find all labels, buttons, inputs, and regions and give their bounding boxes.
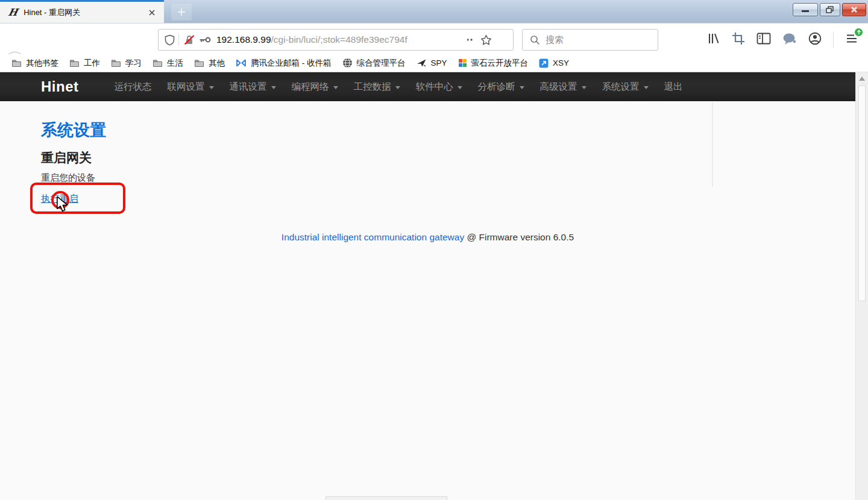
menu-hamburger-icon[interactable] bbox=[845, 33, 858, 47]
nav-item-label: 运行状态 bbox=[115, 81, 152, 93]
tracking-shield-icon[interactable] bbox=[165, 34, 175, 46]
new-tab-button[interactable] bbox=[171, 4, 192, 20]
titlebar: H Hinet - 重启网关 bbox=[0, 0, 868, 23]
nav-item[interactable]: 联网设置 bbox=[160, 81, 222, 93]
footer-gateway-link[interactable]: Industrial intelligent communication gat… bbox=[281, 232, 464, 242]
bookmark-label: 其他 bbox=[209, 58, 225, 69]
divider bbox=[178, 34, 179, 46]
key-icon bbox=[199, 36, 211, 43]
bookmark-label: 综合管理平台 bbox=[357, 58, 406, 69]
divider bbox=[833, 32, 834, 48]
nav-item[interactable]: 工控数据 bbox=[346, 81, 408, 93]
chevron-down-icon bbox=[395, 86, 400, 89]
nav-item-label: 软件中心 bbox=[416, 81, 453, 93]
page-title: 重启网关 bbox=[41, 149, 92, 166]
bookmark-label: 腾讯企业邮箱 - 收件箱 bbox=[251, 58, 332, 69]
scroll-up-arrow-icon[interactable] bbox=[859, 77, 865, 81]
bookmark-item[interactable]: 工作 bbox=[64, 56, 105, 70]
partial-bottom-element bbox=[326, 496, 447, 500]
url-path: /cgi-bin/luci/;stok=489fe39ec794f bbox=[271, 34, 407, 45]
nav-item-label: 通讯设置 bbox=[230, 81, 267, 93]
folder-icon bbox=[111, 59, 121, 67]
nav-menu: 运行状态联网设置通讯设置编程网络工控数据软件中心分析诊断高级设置系统设置退出 bbox=[107, 81, 691, 93]
account-icon[interactable] bbox=[808, 32, 822, 48]
folder-icon bbox=[69, 59, 80, 67]
bookmark-item[interactable]: XSY bbox=[533, 56, 574, 70]
bookmark-item[interactable]: 其他书签 bbox=[6, 56, 64, 70]
chevron-down-icon bbox=[458, 86, 462, 89]
bookmark-label: XSY bbox=[553, 58, 569, 67]
page-footer: Industrial intelligent communication gat… bbox=[0, 232, 855, 243]
window-controls bbox=[793, 3, 866, 16]
nav-item[interactable]: 系统设置 bbox=[594, 81, 656, 93]
window-close-button[interactable] bbox=[842, 3, 866, 16]
nav-item-label: 高级设置 bbox=[540, 81, 577, 93]
chevron-down-icon bbox=[582, 86, 587, 89]
tab-title: Hinet - 重启网关 bbox=[24, 7, 146, 18]
chevron-down-icon bbox=[209, 86, 214, 89]
nav-item[interactable]: 运行状态 bbox=[107, 81, 160, 93]
update-badge-icon bbox=[855, 28, 863, 36]
bookmark-item[interactable]: 其他 bbox=[189, 56, 230, 70]
nav-item-label: 退出 bbox=[664, 81, 683, 93]
url-host: 192.168.9.99 bbox=[216, 34, 271, 45]
content-divider bbox=[712, 102, 713, 187]
bookmark-item[interactable]: SPY bbox=[411, 56, 453, 70]
nav-item[interactable]: 高级设置 bbox=[532, 81, 594, 93]
bookmark-label: SPY bbox=[431, 58, 447, 67]
bookmark-label: 其他书签 bbox=[26, 58, 58, 69]
bookmark-item[interactable]: 腾讯企业邮箱 - 收件箱 bbox=[230, 56, 337, 70]
library-icon[interactable] bbox=[707, 32, 720, 48]
nav-item[interactable]: 通讯设置 bbox=[222, 81, 284, 93]
bookmark-star-icon[interactable] bbox=[480, 34, 492, 46]
nav-item[interactable]: 退出 bbox=[656, 81, 691, 93]
nav-item[interactable]: 软件中心 bbox=[408, 81, 470, 93]
nav-item-label: 工控数据 bbox=[354, 81, 391, 93]
exmail-icon bbox=[236, 58, 247, 67]
window-restore-button[interactable] bbox=[820, 3, 840, 16]
url-text[interactable]: 192.168.9.99/cgi-bin/luci/;stok=489fe39e… bbox=[216, 34, 460, 45]
nav-item-label: 分析诊断 bbox=[478, 81, 515, 93]
bookmark-item[interactable]: 综合管理平台 bbox=[337, 56, 411, 70]
bookmark-label: 工作 bbox=[84, 58, 100, 69]
search-icon bbox=[530, 35, 540, 45]
folder-icon bbox=[194, 59, 204, 67]
nav-item-label: 系统设置 bbox=[602, 81, 640, 93]
insecure-lock-icon[interactable] bbox=[184, 34, 195, 46]
bookmark-item[interactable]: 学习 bbox=[105, 56, 147, 70]
firmware-version: @ Firmware version 6.0.5 bbox=[464, 232, 574, 242]
search-placeholder: 搜索 bbox=[546, 34, 564, 46]
bookmark-item[interactable]: 萤石云开放平台 bbox=[453, 56, 534, 70]
browser-window: H Hinet - 重启网关 bbox=[0, 0, 868, 500]
brand-logo[interactable]: Hinet bbox=[41, 78, 79, 95]
bookmark-label: 萤石云开放平台 bbox=[471, 58, 529, 69]
section-title: 系统设置 bbox=[41, 119, 106, 141]
chevron-down-icon bbox=[333, 86, 338, 89]
screenshot-icon[interactable] bbox=[732, 32, 745, 48]
folder-icon bbox=[11, 59, 22, 67]
mouse-cursor-icon bbox=[56, 196, 69, 212]
folder-icon bbox=[153, 59, 163, 67]
chevron-down-icon bbox=[271, 86, 276, 89]
url-fade bbox=[433, 31, 467, 49]
nav-item-label: 联网设置 bbox=[168, 81, 205, 93]
scrollbar[interactable] bbox=[855, 72, 868, 500]
nav-item-label: 编程网络 bbox=[292, 81, 329, 93]
site-favicon-icon: H bbox=[7, 7, 19, 18]
sidebar-icon[interactable] bbox=[756, 33, 771, 47]
nav-item[interactable]: 分析诊断 bbox=[470, 81, 532, 93]
tab-close-icon[interactable] bbox=[146, 7, 158, 19]
plane-icon bbox=[417, 58, 427, 67]
url-bar[interactable]: 192.168.9.99/cgi-bin/luci/;stok=489fe39e… bbox=[158, 29, 514, 51]
search-box[interactable]: 搜索 bbox=[522, 29, 658, 51]
browser-toolbar: 192.168.9.99/cgi-bin/luci/;stok=489fe39e… bbox=[0, 23, 868, 54]
squares-icon bbox=[458, 58, 467, 67]
scrollbar-thumb[interactable] bbox=[858, 86, 866, 301]
toolbar-icons bbox=[707, 32, 858, 48]
browser-tab[interactable]: H Hinet - 重启网关 bbox=[0, 0, 164, 23]
window-minimize-button[interactable] bbox=[793, 3, 818, 16]
bookmark-item[interactable]: 生活 bbox=[147, 56, 189, 70]
site-navbar: Hinet 运行状态联网设置通讯设置编程网络工控数据软件中心分析诊断高级设置系统… bbox=[0, 72, 855, 101]
chat-bubble-icon[interactable] bbox=[782, 33, 797, 48]
nav-item[interactable]: 编程网络 bbox=[284, 81, 346, 93]
